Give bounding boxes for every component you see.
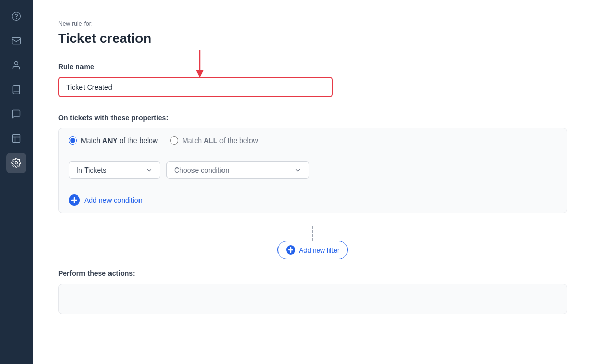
rule-name-section: Rule name [58,63,586,114]
sidebar-item-help[interactable] [6,6,26,26]
match-all-radio[interactable] [170,136,178,145]
add-filter-label: Add new filter [299,246,340,254]
rule-name-label: Rule name [58,63,586,71]
add-new-filter-button[interactable]: Add new filter [277,241,348,259]
plus-icon-2 [288,247,293,253]
condition-row: In Tickets Choose condition [59,153,567,187]
choose-condition-label: Choose condition [174,166,229,174]
chevron-down-icon-2 [294,166,301,174]
sidebar-item-reports[interactable] [6,128,26,149]
breadcrumb: New rule for: [58,20,586,27]
add-condition-icon [69,194,80,206]
actions-section: Perform these actions: [58,269,586,314]
in-tickets-dropdown[interactable]: In Tickets [69,161,160,179]
match-any-radio[interactable] [69,136,77,145]
svg-point-7 [15,162,18,164]
sidebar [0,0,33,364]
match-all-label: Match ALL of the below [182,136,258,145]
choose-condition-dropdown[interactable]: Choose condition [166,161,309,179]
actions-card [58,284,567,314]
filter-connector: Add new filter [58,226,567,259]
sidebar-item-inbox[interactable] [6,31,26,51]
sidebar-item-settings[interactable] [6,153,26,173]
svg-rect-2 [12,37,21,44]
svg-point-0 [12,12,21,21]
add-condition-row[interactable]: Add new condition [59,187,567,213]
perform-actions-label: Perform these actions: [58,269,586,277]
add-filter-plus-icon [286,245,295,255]
main-content: New rule for: Ticket creation Rule name … [33,0,611,364]
svg-rect-4 [13,135,20,143]
add-condition-label[interactable]: Add new condition [84,196,142,204]
chevron-down-icon [146,166,153,174]
match-any-option[interactable]: Match ANY of the below [69,136,158,145]
rule-name-input[interactable] [58,77,333,97]
page-title: Ticket creation [58,31,586,46]
match-row: Match ANY of the below Match ALL of the … [59,128,567,153]
match-all-option[interactable]: Match ALL of the below [170,136,258,145]
svg-point-3 [15,62,18,65]
plus-icon [71,197,77,203]
sidebar-item-contacts[interactable] [6,55,26,75]
properties-label: On tickets with these properties: [58,114,586,122]
properties-section: On tickets with these properties: Match … [58,114,586,213]
sidebar-item-book[interactable] [6,79,26,100]
in-tickets-label: In Tickets [76,166,106,174]
filter-card: Match ANY of the below Match ALL of the … [58,128,567,213]
match-any-label: Match ANY of the below [81,136,158,145]
sidebar-item-chat[interactable] [6,104,26,124]
dashed-line [312,226,313,241]
